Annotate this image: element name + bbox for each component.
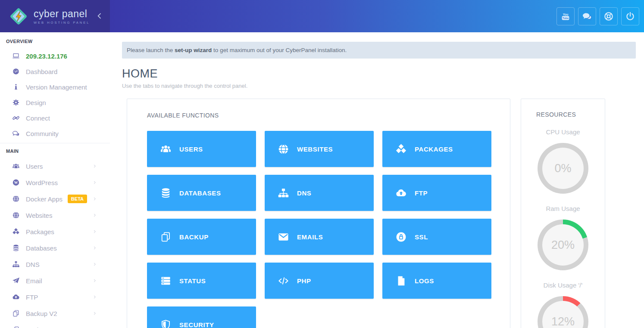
sitemap-icon: [278, 187, 289, 199]
svg-text:You: You: [563, 12, 569, 15]
beta-badge: BETA: [68, 195, 87, 203]
dashboard-icon: [12, 68, 20, 75]
file-icon: [395, 275, 407, 287]
chevron-right-icon: [92, 311, 97, 316]
logo-text: cyber panel WEB HOSTING PANEL: [34, 8, 90, 25]
globe-icon: [12, 211, 20, 219]
main-content: Please launch the set-up wizard to get m…: [110, 32, 644, 328]
function-tile-ssl[interactable]: SSL: [382, 219, 491, 255]
sitemap-icon: [12, 260, 20, 268]
chevron-right-icon: [92, 229, 97, 234]
sidebar-item-design[interactable]: Design: [0, 95, 110, 110]
function-tile-emails[interactable]: EMAILS: [265, 219, 374, 255]
function-tile-backup[interactable]: BACKUP: [147, 219, 256, 255]
copy-icon: [12, 309, 20, 317]
sidebar-item-packages[interactable]: Packages: [0, 223, 110, 240]
sidebar-collapse-chevron-left-icon[interactable]: [95, 12, 104, 20]
sidebar-section-overview: OVERVIEW: [0, 32, 110, 48]
function-tile-logs[interactable]: LOGS: [382, 263, 491, 299]
sidebar-section-main: MAIN: [0, 149, 110, 158]
available-functions-card: AVAILABLE FUNCTIONS USERS WEBSITES PACKA…: [127, 99, 510, 328]
sidebar-item-dashboard[interactable]: Dashboard: [0, 64, 110, 79]
link-icon: [12, 114, 20, 122]
info-icon: [12, 83, 20, 91]
globe-icon: [12, 195, 20, 203]
wordpress-icon: W: [12, 179, 20, 186]
chevron-right-icon: [92, 180, 97, 185]
function-tile-dns[interactable]: DNS: [265, 175, 374, 211]
function-tile-packages[interactable]: PACKAGES: [382, 131, 491, 167]
users-icon: [12, 162, 20, 170]
function-tile-status[interactable]: STATUS: [147, 263, 256, 299]
power-icon[interactable]: [621, 7, 639, 25]
resources-heading: RESOURCES: [536, 111, 605, 118]
banner-text: Please launch the: [127, 47, 175, 53]
server-icon: [160, 275, 172, 287]
sidebar-item-users[interactable]: Users: [0, 158, 110, 174]
youtube-icon[interactable]: YouTube: [556, 7, 575, 25]
sidebar-item-email[interactable]: Email: [0, 272, 110, 289]
svg-text:W: W: [14, 180, 18, 185]
sidebar-item-ftp[interactable]: FTP: [0, 289, 110, 305]
cloud-upload-icon: [395, 187, 407, 199]
copy-icon: [12, 326, 20, 328]
globe-icon: [278, 143, 289, 155]
logo-block: cyber panel WEB HOSTING PANEL: [0, 0, 110, 32]
lock-circle-icon: [395, 231, 407, 243]
sidebar-item-backup-v2[interactable]: Backup V2: [0, 305, 110, 322]
sidebar: OVERVIEW 209.23.12.176 Dashboard Version…: [0, 32, 110, 328]
code-icon: [278, 275, 289, 287]
function-tile-users[interactable]: USERS: [147, 131, 256, 167]
app-subtitle: WEB HOSTING PANEL: [34, 21, 90, 25]
paper-plane-icon: [12, 277, 20, 285]
chevron-right-icon: [92, 196, 97, 201]
setup-wizard-link[interactable]: set-up wizard: [175, 47, 212, 53]
function-tile-security[interactable]: SECURITY: [147, 306, 256, 328]
sidebar-item-databases[interactable]: Databases: [0, 240, 110, 256]
topbar: YouTube: [110, 0, 644, 32]
function-tile-websites[interactable]: WEBSITES: [265, 131, 374, 167]
banner-text: to get maximum out of your CyberPanel in…: [212, 47, 347, 53]
chevron-right-icon: [92, 262, 97, 267]
cubes-icon: [395, 143, 407, 155]
database-icon: [160, 187, 172, 199]
cyberpanel-logo-icon: [9, 6, 28, 26]
copy-icon: [160, 231, 172, 243]
sidebar-item-server-ip[interactable]: 209.23.12.176: [0, 48, 110, 64]
sidebar-item-dns[interactable]: DNS: [0, 256, 110, 272]
chevron-right-icon: [92, 294, 97, 300]
function-tile-ftp[interactable]: FTP: [382, 175, 491, 211]
envelope-icon: [278, 231, 289, 243]
sidebar-item-websites[interactable]: Websites: [0, 207, 110, 223]
chevron-right-icon: [92, 278, 97, 283]
resources-card: RESOURCES CPU Usage 0% Ram Usage 20% Dis…: [521, 99, 605, 328]
life-ring-icon[interactable]: [600, 7, 618, 25]
sidebar-item-version-management[interactable]: Version Management: [0, 79, 110, 95]
database-icon: [12, 244, 20, 252]
app-title: cyber panel: [34, 8, 90, 20]
sidebar-item-community[interactable]: Community: [0, 126, 110, 141]
page-title: HOME: [122, 67, 644, 80]
chevron-right-icon: [92, 213, 97, 218]
disk-usage-donut: 12%: [538, 296, 588, 328]
users-icon: [160, 143, 172, 155]
gear-icon: [12, 99, 20, 106]
function-tile-php[interactable]: PHP: [265, 263, 374, 299]
sidebar-item-backup[interactable]: Backup: [0, 322, 110, 328]
function-tile-databases[interactable]: DATABASES: [147, 175, 256, 211]
sidebar-item-wordpress[interactable]: W WordPress: [0, 174, 110, 191]
sidebar-item-connect[interactable]: Connect: [0, 110, 110, 126]
comments-icon[interactable]: [578, 7, 596, 25]
cubes-icon: [12, 228, 20, 235]
setup-wizard-banner: Please launch the set-up wizard to get m…: [122, 42, 636, 59]
functions-grid: USERS WEBSITES PACKAGES DATABASES: [147, 131, 510, 328]
cpu-usage-gauge: CPU Usage 0%: [521, 128, 605, 194]
chevron-right-icon: [92, 164, 97, 169]
disk-usage-gauge: Disk Usage '/' 12%: [521, 282, 605, 328]
shield-icon: [160, 319, 172, 328]
ram-usage-donut: 20%: [538, 220, 588, 270]
sidebar-item-docker-apps[interactable]: Docker Apps BETA: [0, 191, 110, 207]
comments-icon: [12, 130, 20, 137]
header: cyber panel WEB HOSTING PANEL YouTube: [0, 0, 644, 32]
cloud-upload-icon: [12, 293, 20, 301]
